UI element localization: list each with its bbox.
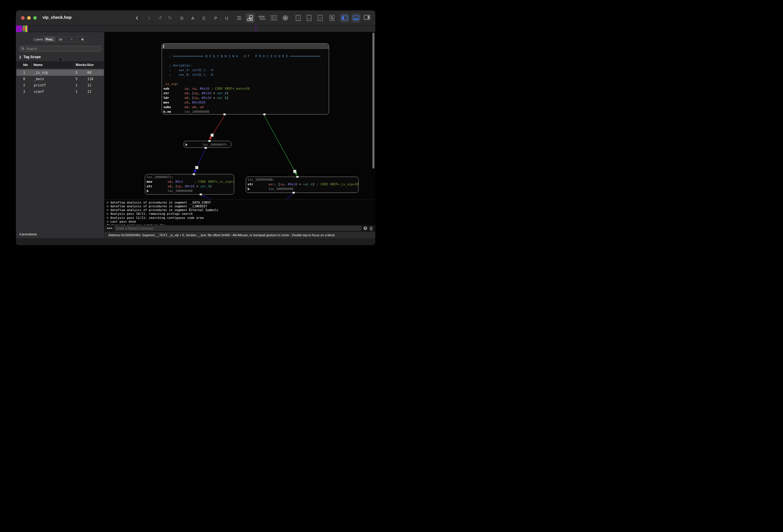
cell-name: _main <box>32 77 74 81</box>
search-icon <box>21 47 25 51</box>
block-port[interactable] <box>263 113 266 115</box>
table-row[interactable]: 1_is_vip560 <box>17 69 104 76</box>
edge-waypoint-handle[interactable] <box>195 166 198 169</box>
basic-block-stub_47c[interactable]: bloc_10000047c <box>184 141 231 148</box>
star-icon[interactable]: ☆ <box>66 37 77 42</box>
toolbar-button-d[interactable]: D <box>181 10 184 26</box>
edge-waypoint-handle[interactable] <box>211 133 214 137</box>
pane-splitter-handle[interactable] <box>59 58 62 61</box>
flow-graph-icon <box>246 13 255 23</box>
toolbar-button-c[interactable]: C <box>203 10 206 26</box>
titlebar: vip_check.hop ↺ ↻ DACPU mov add if(b) f(… <box>16 10 375 26</box>
toolbar-separator <box>210 14 210 22</box>
python-command-input[interactable] <box>115 226 362 231</box>
svg-text:1: 1 <box>319 17 321 19</box>
search-field[interactable]: Search <box>19 46 102 52</box>
segment-data-marker <box>16 26 22 32</box>
single-pane-icon: 1 <box>317 14 323 22</box>
basic-block-entry[interactable]: ; ================ B E G I N N I N G O F… <box>162 43 329 115</box>
graph-vertical-scrollbar[interactable] <box>372 33 374 168</box>
column-header-name[interactable]: Name <box>32 62 74 67</box>
clear-console-icon[interactable]: ✕ <box>364 226 367 230</box>
forward-button[interactable] <box>147 10 150 26</box>
toolbar-separator <box>143 14 143 22</box>
pseudo-code-button[interactable]: if(b) f(x); <box>258 10 266 26</box>
asm-line: ; ================ B E G I N N I N G O F… <box>163 54 327 59</box>
tag-scope-disclosure[interactable]: ❯ Tag Scope <box>19 55 41 59</box>
mov-add-assembly-button[interactable]: mov add <box>237 10 241 26</box>
console-line: > Analysis pass 10/11: remaining prologs… <box>107 212 375 216</box>
cell-size: 12 <box>86 83 104 87</box>
minimize-window-button[interactable] <box>27 16 31 20</box>
tab-str[interactable]: Str <box>55 37 66 42</box>
toolbar-button-u[interactable]: U <box>225 10 228 26</box>
segment-marker <box>256 26 256 32</box>
block-port[interactable] <box>193 173 195 175</box>
cfg-mode-button[interactable] <box>246 10 255 26</box>
table-row[interactable]: 2printf112 <box>17 82 104 89</box>
cpu-button[interactable] <box>282 10 289 26</box>
single-view-button[interactable]: 1 <box>317 10 323 26</box>
status-text: Address 0x100000460, Segment __TEXT, _is… <box>104 233 335 237</box>
hex-mode-button[interactable]: 486F70 706572 204469 <box>270 10 277 26</box>
block-port[interactable] <box>199 193 202 195</box>
split-view-button[interactable] <box>295 10 301 26</box>
right-panel-icon <box>364 14 370 22</box>
swap-panes-button[interactable] <box>329 10 335 26</box>
block-port[interactable] <box>205 147 207 149</box>
toggle-right-panel-button[interactable] <box>364 10 370 26</box>
text-cursor <box>163 44 164 48</box>
cfg-graph-canvas[interactable]: ; ================ B E G I N N I N G O F… <box>104 32 375 199</box>
zoom-window-button[interactable] <box>33 16 37 20</box>
close-window-button[interactable] <box>21 16 25 20</box>
trash-icon[interactable] <box>369 226 373 230</box>
cell-idx: 1 <box>17 70 32 74</box>
cell-size: 116 <box>86 77 104 81</box>
table-row[interactable]: 3scanf112 <box>17 89 104 95</box>
table-row[interactable]: 0_main5116 <box>17 76 104 82</box>
undo-button[interactable]: ↺ <box>158 10 162 26</box>
sidebar: LabelsProc.Str☆◉ Search ❯ Tag Scope IdxN… <box>16 32 104 238</box>
edge-waypoint-handle[interactable] <box>293 170 296 173</box>
console-line: > dataflow analysis of procedures in seg… <box>107 208 375 212</box>
traffic-lights <box>21 16 37 20</box>
basic-block-loc_488[interactable]: loc_100000488:str wzr, [sp, #0x10 + var_… <box>246 177 358 193</box>
toggle-left-panel-button[interactable] <box>340 10 349 26</box>
table-header[interactable]: IdxNameBlocksSize <box>16 61 104 69</box>
column-header-size[interactable]: Size <box>85 62 104 67</box>
window-title: vip_check.hop <box>42 15 72 20</box>
redo-button[interactable]: ↻ <box>168 10 172 26</box>
toggle-bottom-panel-button[interactable] <box>351 10 361 26</box>
block-port[interactable] <box>292 192 295 194</box>
main-area: ; ================ B E G I N N I N G O F… <box>104 32 375 238</box>
column-header-blocks[interactable]: Blocks <box>74 62 85 67</box>
left-panel-icon <box>340 13 349 23</box>
navigation-bar[interactable] <box>16 26 375 32</box>
toolbar-button-a[interactable]: A <box>191 10 194 26</box>
bottom-panel-icon <box>351 13 361 23</box>
mov-add-label: mov add <box>237 15 241 20</box>
asm-line: ldr w8, [sp, #0x10 + var_8] <box>163 96 327 100</box>
tab-proc[interactable]: Proc. <box>44 37 55 42</box>
asm-line: mov w8, #0x1 ; CODE XREF=_is_vip+24 <box>147 180 232 184</box>
asm-line: ; var_8: int32_t, -8 <box>163 72 327 77</box>
procedures-count: 4 procedures <box>19 232 37 236</box>
toolbar-button-p[interactable]: P <box>214 10 217 26</box>
basic-block-loc_47c[interactable]: loc_10000047c:mov w8, #0x1 ; CODE XREF=_… <box>145 174 234 195</box>
block-port[interactable] <box>208 140 211 142</box>
back-button[interactable] <box>136 10 139 26</box>
status-bar: Address 0x100000460, Segment __TEXT, _is… <box>104 231 375 238</box>
column-header-idx[interactable]: Idx <box>16 62 32 67</box>
record-icon[interactable]: ◉ <box>77 37 88 42</box>
block-port[interactable] <box>296 176 299 178</box>
bottom-split-button[interactable] <box>306 10 312 26</box>
tab-labels[interactable]: Labels <box>33 37 44 42</box>
block-port[interactable] <box>223 113 226 115</box>
cell-idx: 3 <box>17 90 32 94</box>
cell-idx: 2 <box>17 83 32 87</box>
block-title-bar[interactable] <box>162 44 329 49</box>
asm-line: b loc_100000490 <box>147 189 232 193</box>
tag-scope-label: Tag Scope <box>24 55 41 59</box>
cell-blocks: 1 <box>74 83 86 87</box>
analysis-console[interactable]: > dataflow analysis of procedures in seg… <box>104 199 375 225</box>
